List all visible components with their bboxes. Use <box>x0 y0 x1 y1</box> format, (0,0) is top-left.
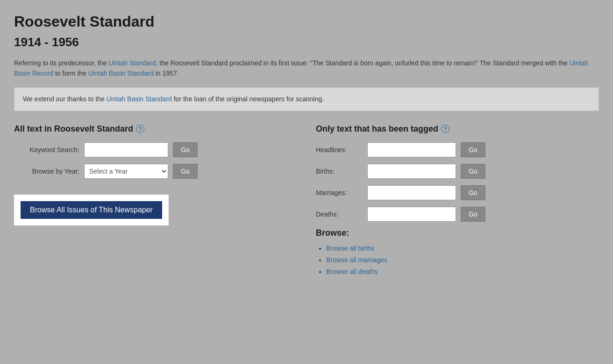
deaths-input[interactable] <box>367 207 456 222</box>
deaths-row: Deaths: Go <box>316 207 599 222</box>
deaths-label: Deaths: <box>316 210 363 218</box>
browse-all-issues-button[interactable]: Browse All Issues of This Newspaper <box>21 201 162 219</box>
browse-all-container: Browse All Issues of This Newspaper <box>14 195 169 225</box>
keyword-search-row: Keyword Search: Go <box>14 142 297 157</box>
date-range: 1914 - 1956 <box>14 35 599 49</box>
uintah-basin-standard-link2[interactable]: Uintah Basin Standard <box>107 95 172 103</box>
births-input[interactable] <box>367 164 456 179</box>
headlines-input[interactable] <box>367 142 456 157</box>
list-item: Browse all marriages <box>326 254 599 266</box>
births-row: Births: Go <box>316 164 599 179</box>
right-section: Only text that has been tagged ? Headlin… <box>316 124 599 278</box>
marriages-label: Marriages: <box>316 189 363 196</box>
uintah-basin-standard-link1[interactable]: Uintah Basin Standard <box>88 70 154 77</box>
right-help-icon[interactable]: ? <box>441 125 449 133</box>
notice-text-after: for the loan of the original newspapers … <box>172 95 324 103</box>
left-help-icon[interactable]: ? <box>136 125 144 133</box>
browse-links-list: Browse all births Browse all marriages B… <box>316 243 599 278</box>
browse-all-deaths-link[interactable]: Browse all deaths <box>326 268 378 275</box>
browse-all-births-link[interactable]: Browse all births <box>326 245 374 252</box>
marriages-input[interactable] <box>367 185 456 200</box>
browse-all-marriages-link[interactable]: Browse all marriages <box>326 256 387 264</box>
headlines-label: Headlines: <box>316 146 363 154</box>
right-heading-text: Only text that has been tagged <box>316 124 438 134</box>
notice-text-before: We extend our thanks to the <box>23 95 107 103</box>
keyword-go-button[interactable]: Go <box>173 142 198 157</box>
uintah-standard-link[interactable]: Uintah Standard <box>108 59 156 67</box>
marriages-row: Marriages: Go <box>316 185 599 200</box>
year-go-button[interactable]: Go <box>173 164 198 179</box>
year-select[interactable]: Select a Year <box>84 164 168 179</box>
list-item: Browse all births <box>326 243 599 254</box>
left-heading-text: All text in Roosevelt Standard <box>14 124 133 134</box>
marriages-go-button[interactable]: Go <box>461 185 485 200</box>
births-go-button[interactable]: Go <box>461 164 485 179</box>
browse-year-label: Browse by Year: <box>14 168 79 175</box>
notice-box: We extend our thanks to the Uintah Basin… <box>14 87 599 111</box>
newspaper-description: Referring to its predecessor, the Uintah… <box>14 58 599 79</box>
deaths-go-button[interactable]: Go <box>461 207 485 222</box>
left-section: All text in Roosevelt Standard ? Keyword… <box>14 124 297 278</box>
left-section-heading: All text in Roosevelt Standard ? <box>14 124 297 134</box>
right-section-heading: Only text that has been tagged ? <box>316 124 599 134</box>
births-label: Births: <box>316 168 363 175</box>
browse-section: Browse: Browse all births Browse all mar… <box>316 228 599 278</box>
keyword-label: Keyword Search: <box>14 146 79 154</box>
browse-heading: Browse: <box>316 228 599 238</box>
newspaper-title: Roosevelt Standard <box>14 13 599 30</box>
list-item: Browse all deaths <box>326 266 599 278</box>
browse-year-row: Browse by Year: Select a Year Go <box>14 164 297 179</box>
keyword-input[interactable] <box>84 142 168 157</box>
headlines-go-button[interactable]: Go <box>461 142 485 157</box>
headlines-row: Headlines: Go <box>316 142 599 157</box>
